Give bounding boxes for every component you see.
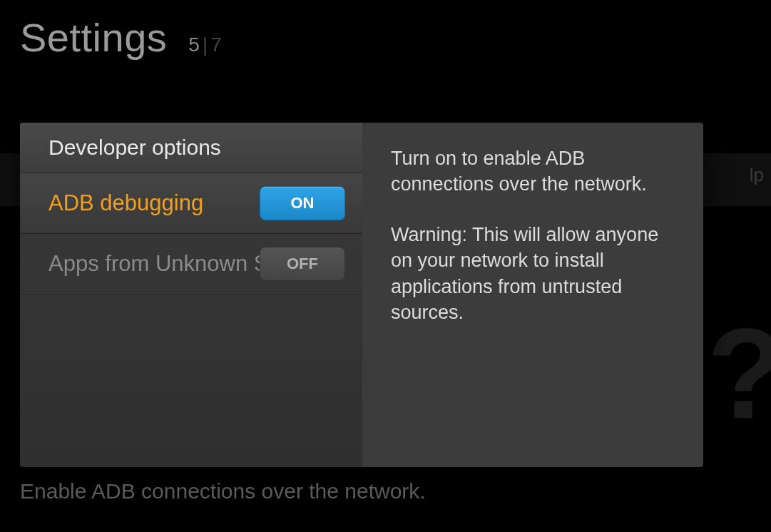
option-adb-debugging[interactable]: ADB debugging ON — [20, 173, 362, 234]
background-partial-text: lp — [750, 164, 764, 186]
page-title: Settings — [20, 14, 167, 61]
counter-total: 7 — [210, 34, 222, 56]
settings-panel: Developer options ADB debugging ON Apps … — [20, 123, 703, 467]
background-question-icon: ? — [707, 300, 771, 447]
option-unknown-sources[interactable]: Apps from Unknown Sources OFF — [20, 234, 362, 295]
option-label: Apps from Unknown Sources — [48, 251, 260, 277]
toggle-adb-debugging[interactable]: ON — [260, 186, 345, 220]
option-label: ADB debugging — [48, 190, 203, 216]
counter-current: 5 — [188, 34, 200, 56]
options-list: Developer options ADB debugging ON Apps … — [20, 123, 362, 467]
toggle-unknown-sources[interactable]: OFF — [260, 247, 345, 281]
page-header: Settings 5|7 — [0, 0, 771, 61]
footer-hint: Enable ADB connections over the network. — [20, 479, 426, 503]
description-paragraph-2: Warning: This will allow anyone on your … — [391, 222, 675, 326]
page-counter: 5|7 — [188, 34, 221, 56]
section-title: Developer options — [20, 123, 362, 173]
counter-separator: | — [203, 34, 208, 56]
description-paragraph-1: Turn on to enable ADB connections over t… — [391, 145, 675, 198]
description-panel: Turn on to enable ADB connections over t… — [362, 123, 703, 467]
